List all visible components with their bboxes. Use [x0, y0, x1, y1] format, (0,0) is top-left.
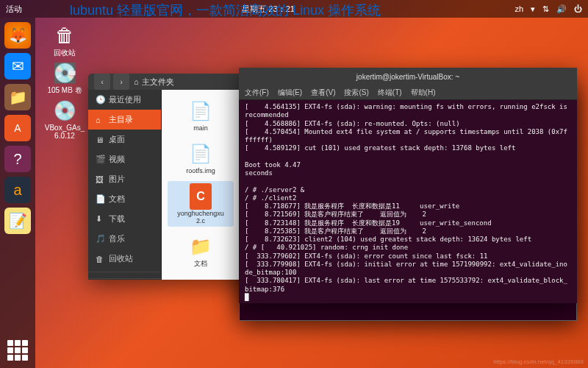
fm-back-button[interactable]: ‹ [94, 74, 110, 90]
fm-sidebar-label: 图片 [109, 174, 125, 185]
dock-notes[interactable]: 📝 [4, 208, 31, 234]
fm-file[interactable]: 📄main [168, 96, 234, 134]
fm-sidebar-item[interactable]: 🕒最近使用 [88, 90, 161, 110]
file-icon: 📄 [185, 140, 216, 168]
terminal-menu-item[interactable]: 搜索(S) [344, 88, 368, 98]
fm-sidebar-icon: 🕒 [96, 95, 104, 105]
terminal-menu-item[interactable]: 文件(F) [245, 88, 269, 98]
file-name: main [193, 125, 208, 132]
file-icon: 📄 [185, 97, 216, 125]
fm-sidebar-item[interactable]: 🖥桌面 [88, 130, 161, 149]
terminal-menu-item[interactable]: 编辑(E) [278, 88, 302, 98]
desktop-icon-glyph: 💿 [50, 97, 79, 124]
activities-button[interactable]: 活动 [6, 4, 22, 15]
terminal-menu-item[interactable]: 帮助(H) [411, 88, 436, 98]
fm-sidebar-label: 桌面 [109, 134, 125, 145]
dock-software[interactable]: A [4, 115, 31, 141]
desktop-icon-label: VBox_GAs_6.0.12 [43, 124, 87, 140]
terminal-title: jokertim@jokertim-VirtualBox: ~ [239, 68, 577, 85]
fm-sidebar-item[interactable]: ⬇下载 [88, 209, 161, 229]
file-name: 文档 [194, 261, 207, 268]
desktop-icon-label: 回收站 [54, 49, 76, 57]
fm-forward-button[interactable]: › [113, 74, 129, 90]
desktop-icon-glyph: 🗑 [50, 22, 79, 49]
home-icon: ⌂ [134, 77, 139, 86]
network-icon2[interactable]: ⇅ [542, 4, 549, 14]
desktop-icon[interactable]: 💿VBox_GAs_6.0.12 [43, 97, 87, 140]
fm-title: 主文件夹 [142, 77, 174, 88]
watermark: https://blog.csdn.net/qq_41326868 [493, 358, 584, 365]
fm-file[interactable]: Cyonghuchengxu2.c [168, 181, 234, 227]
fm-file[interactable]: 📄rootfs.img [168, 138, 234, 177]
dock-firefox[interactable]: 🦊 [4, 22, 31, 49]
network-icon[interactable]: ▾ [531, 4, 535, 14]
file-name: yonghuchengxu2.c [175, 210, 226, 225]
dock-apps-grid[interactable] [7, 340, 28, 361]
volume-icon[interactable]: 🔊 [556, 4, 567, 14]
fm-sidebar-icon: 🗑 [96, 255, 104, 263]
fm-sidebar-label: 视频 [109, 154, 125, 165]
fm-sidebar-label: 文档 [109, 194, 125, 205]
terminal-menu-item[interactable]: 查看(V) [311, 88, 335, 98]
desktop-icon[interactable]: 💽105 MB 卷 [43, 60, 87, 94]
fm-file[interactable]: 📁文档 [168, 231, 234, 269]
dock-amazon[interactable]: a [4, 177, 31, 203]
fm-sidebar-item[interactable]: 🗑回收站 [88, 249, 161, 269]
fm-sidebar-item[interactable]: 🎬视频 [88, 149, 161, 169]
fm-sidebar-item[interactable]: 🖼图片 [88, 169, 161, 189]
page-banner: lubuntu 轻量版官网，一款简洁高效的 Linux 操作系统 [70, 1, 381, 19]
fm-sidebar-item[interactable]: 📄文档 [88, 189, 161, 209]
dock-files[interactable]: 📁 [4, 84, 31, 110]
fm-sidebar-icon: 🖥 [96, 135, 104, 144]
desktop-icon-glyph: 💽 [50, 60, 79, 86]
dock-thunderbird[interactable]: ✉ [4, 53, 31, 79]
fm-sidebar-label: 下载 [109, 213, 125, 224]
dock: 🦊 ✉ 📁 A ? a >_ 📝 [0, 18, 35, 368]
lang-indicator[interactable]: zh [514, 4, 523, 13]
file-name: rootfs.img [186, 168, 215, 175]
fm-sidebar-label: 回收站 [109, 253, 133, 264]
file-icon: 📁 [185, 233, 216, 261]
fm-sidebar-item[interactable]: 🎵音乐 [88, 229, 161, 249]
fm-sidebar-label: 音乐 [109, 233, 125, 244]
fm-sidebar-label: 主目录 [109, 114, 133, 125]
fm-sidebar-icon: 🎵 [96, 234, 104, 244]
terminal-window: jokertim@jokertim-VirtualBox: ~ 文件(F)编辑(… [239, 68, 577, 303]
desktop-icon[interactable]: 🗑回收站 [43, 22, 87, 57]
power-icon[interactable]: ⏻ [574, 4, 582, 13]
dock-help[interactable]: ? [4, 146, 31, 172]
fm-sidebar-icon: 🖼 [96, 175, 104, 184]
terminal-output[interactable]: [ 4.564135] EXT4-fs (sda): warning: moun… [239, 100, 577, 303]
fm-sidebar-item[interactable]: ⌂主目录 [88, 110, 161, 130]
file-icon: C [185, 183, 216, 210]
desktop-icon-label: 105 MB 卷 [47, 86, 82, 94]
fm-sidebar-icon: 🎬 [96, 155, 104, 164]
fm-sidebar-icon: ⬇ [96, 214, 104, 224]
terminal-menu-item[interactable]: 终端(T) [378, 88, 402, 98]
fm-sidebar-icon: ⌂ [96, 116, 104, 124]
fm-sidebar-icon: 📄 [96, 194, 104, 204]
fm-sidebar-label: 最近使用 [109, 94, 141, 105]
